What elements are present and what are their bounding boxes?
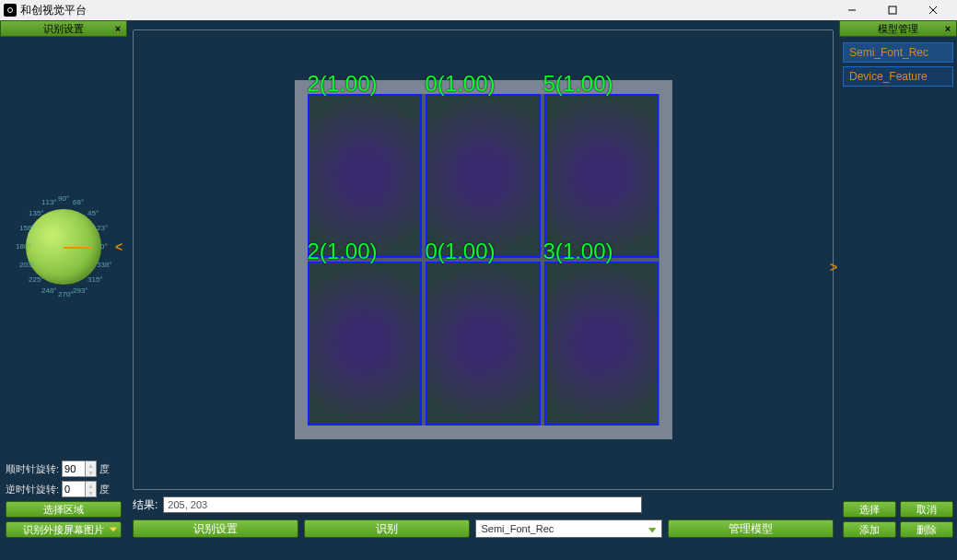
cancel-button[interactable]: 取消	[900, 501, 953, 518]
window-maximize-button[interactable]	[872, 0, 913, 20]
window-close-button[interactable]	[913, 0, 953, 20]
center-panel: 2(1.00) 0(1.00) 5(1.00) 2(1.00) 0(1.00) …	[127, 20, 839, 542]
detection-label: 2(1.00)	[308, 71, 378, 97]
app-icon	[4, 4, 17, 17]
right-panel-title: 模型管理	[878, 22, 918, 36]
ccw-rotate-label: 逆时针旋转:	[6, 483, 59, 496]
detection-box	[308, 94, 423, 258]
compass-tick-label: 225°	[29, 275, 44, 284]
cw-rotate-input[interactable]	[63, 463, 85, 474]
recognition-settings-button[interactable]: 识别设置	[133, 519, 298, 538]
left-panel-close-icon[interactable]: ×	[111, 22, 124, 35]
detection-label: 0(1.00)	[426, 239, 496, 264]
collapse-left-arrow-icon[interactable]: <	[112, 238, 125, 256]
model-management-panel: 模型管理 × Semi_Font_Rec Device_Feature > 选择…	[839, 20, 957, 542]
compass-tick-label: 338°	[97, 261, 112, 269]
ccw-spin-up[interactable]: ▲	[85, 482, 96, 489]
rotation-compass[interactable]: 0° 23° 45° 68° 90° 113° 135° 158° 180° 2…	[8, 178, 119, 316]
select-area-button[interactable]: 选择区域	[6, 501, 122, 518]
cw-rotate-label: 顺时针旋转:	[6, 462, 59, 476]
detection-box	[544, 94, 659, 258]
compass-tick-label: 0°	[100, 242, 108, 251]
ccw-unit: 度	[99, 483, 110, 496]
compass-tick-label: 180°	[16, 242, 31, 251]
svg-rect-1	[889, 6, 896, 14]
delete-model-button[interactable]: 删除	[900, 521, 953, 538]
detection-label: 3(1.00)	[543, 239, 613, 264]
compass-tick-label: 203°	[19, 261, 35, 269]
recognition-settings-panel: 识别设置 × 0° 23° 45° 68° 90° 113° 135° 158°…	[0, 20, 127, 542]
right-panel-close-icon[interactable]: ×	[941, 22, 954, 35]
model-list-item[interactable]: Semi_Font_Rec	[843, 42, 953, 63]
add-model-button[interactable]: 添加	[843, 521, 896, 538]
compass-tick-label: 270°	[58, 290, 74, 298]
result-output[interactable]	[163, 496, 642, 513]
window-title: 和创视觉平台	[20, 3, 87, 18]
compass-tick-label: 248°	[41, 286, 57, 295]
cw-unit: 度	[99, 462, 110, 476]
collapse-right-arrow-icon[interactable]: >	[830, 260, 837, 274]
ccw-rotate-spinner[interactable]: ▲▼	[62, 481, 97, 497]
compass-tick-label: 45°	[88, 209, 99, 217]
model-select-dropdown[interactable]: Semi_Font_Rec	[475, 519, 663, 538]
compass-tick-label: 113°	[41, 198, 57, 206]
select-model-button[interactable]: 选择	[843, 501, 896, 518]
compass-tick-label: 90°	[58, 194, 69, 203]
detection-box	[426, 262, 541, 426]
image-frame: 2(1.00) 0(1.00) 5(1.00) 2(1.00) 0(1.00) …	[295, 80, 672, 439]
ccw-rotate-input[interactable]	[63, 484, 85, 495]
ccw-spin-down[interactable]: ▼	[85, 489, 96, 496]
cw-spin-up[interactable]: ▲	[85, 461, 96, 469]
compass-tick-label: 23°	[97, 224, 108, 232]
detection-box	[544, 262, 659, 426]
right-panel-header: 模型管理 ×	[839, 20, 957, 37]
window-titlebar: 和创视觉平台	[0, 0, 957, 20]
compass-tick-label: 135°	[29, 209, 44, 217]
left-panel-header: 识别设置 ×	[0, 20, 127, 37]
image-canvas[interactable]: 2(1.00) 0(1.00) 5(1.00) 2(1.00) 0(1.00) …	[133, 29, 834, 490]
window-minimize-button[interactable]	[832, 0, 872, 20]
compass-tick-label: 315°	[88, 275, 103, 284]
manage-models-button[interactable]: 管理模型	[668, 519, 834, 538]
compass-tick-label: 68°	[73, 198, 84, 206]
model-list-item[interactable]: Device_Feature	[843, 66, 953, 87]
cw-spin-down[interactable]: ▼	[85, 469, 96, 476]
detection-box	[308, 262, 423, 426]
compass-tick-label: 158°	[19, 224, 35, 232]
left-panel-title: 识别设置	[43, 22, 84, 36]
detection-label: 2(1.00)	[308, 239, 378, 264]
detection-box	[426, 94, 541, 258]
detection-label: 5(1.00)	[543, 71, 613, 97]
detection-label: 0(1.00)	[426, 71, 496, 97]
external-screen-image-dropdown[interactable]: 识别外接屏幕图片	[6, 521, 122, 538]
compass-tick-label: 293°	[73, 286, 88, 295]
result-label: 结果:	[133, 497, 158, 513]
recognize-button[interactable]: 识别	[304, 519, 470, 538]
cw-rotate-spinner[interactable]: ▲▼	[62, 461, 97, 477]
